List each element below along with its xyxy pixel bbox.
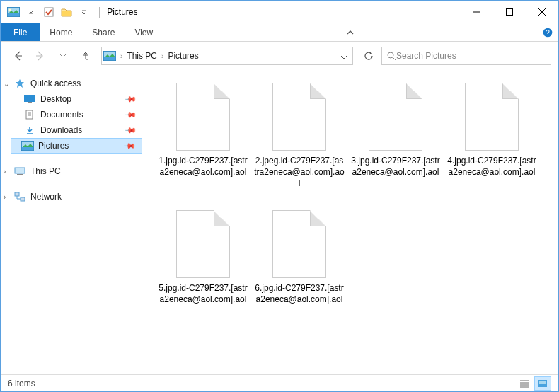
ribbon-file-tab[interactable]: File [1,23,40,41]
downloads-icon [23,125,36,136]
pin-icon: 📌 [123,108,137,121]
file-item[interactable]: 1.jpg.id-C279F237.[astra2eneca@aol.com].… [155,79,251,206]
file-thumbnail-icon [272,210,326,278]
sidebar-label: Downloads [40,125,82,135]
help-icon[interactable]: ? [537,23,558,41]
file-thumbnail-icon [176,83,230,151]
minimize-ribbon-icon[interactable] [340,23,361,41]
svg-rect-23 [26,110,33,119]
sidebar-network[interactable]: › Network [13,189,142,204]
svg-rect-32 [15,192,19,196]
details-view-button[interactable] [516,376,533,391]
sidebar-label: Documents [40,110,83,120]
sidebar-item-documents[interactable]: Documents 📌 [13,107,142,122]
sidebar-item-downloads[interactable]: Downloads 📌 [13,122,142,138]
svg-rect-22 [28,102,32,103]
file-name: 4.jpg.id-C279F237.[astra2eneca@aol.com].… [444,155,540,178]
file-thumbnail-icon [272,83,326,151]
close-button[interactable] [526,1,558,23]
thumbnails-view-button[interactable] [534,376,551,391]
window-title: Pictures [107,7,137,17]
this-pc-icon [13,166,26,177]
file-name: 1.jpg.id-C279F237.[astra2eneca@aol.com].… [155,155,251,178]
svg-text:?: ? [546,29,550,37]
ribbon-tab-view[interactable]: View [125,23,163,41]
sidebar-item-desktop[interactable]: Desktop 📌 [13,91,142,107]
location-icon [103,50,116,62]
body-area: ⌄ Quick access Desktop 📌 Documents 📌 Dow… [1,70,558,374]
sidebar-label: This PC [30,166,61,176]
svg-point-2 [9,8,11,11]
breadcrumb-pictures[interactable]: Pictures [163,51,202,61]
pictures-icon [21,140,34,151]
svg-rect-21 [24,95,35,102]
sidebar-label: Pictures [38,141,69,151]
properties-checkbox-icon[interactable] [40,4,57,21]
file-name: 3.jpg.id-C279F237.[astra2eneca@aol.com].… [347,155,444,178]
address-bar: › This PC › Pictures [1,42,558,70]
sidebar-label: Network [30,192,62,202]
svg-rect-33 [21,197,25,201]
star-icon [13,78,26,89]
svg-rect-30 [15,168,25,173]
up-button[interactable] [76,46,96,66]
pin-icon: 📌 [123,123,137,137]
quick-access-toolbar [5,4,93,21]
file-item[interactable]: 6.jpg.id-C279F237.[astra2eneca@aol.com].… [251,206,347,333]
minimize-button[interactable] [461,1,493,23]
qat-dropdown-icon[interactable] [23,4,40,21]
titlebar: | Pictures [1,1,558,23]
back-button[interactable] [8,46,28,66]
window-controls [461,1,558,23]
expand-caret-icon[interactable]: ⌄ [4,80,9,88]
refresh-button[interactable] [359,46,379,66]
title-separator: | [98,6,101,18]
file-name: 6.jpg.id-C279F237.[astra2eneca@aol.com].… [251,282,347,305]
sidebar-label: Quick access [30,79,81,88]
file-item[interactable]: 2.jpeg.id-C279F237.[astra2eneca@aol.com]… [251,79,347,206]
svg-line-20 [393,57,396,60]
folder-qat-icon[interactable] [58,4,75,21]
forward-button[interactable] [30,46,50,66]
file-name: 2.jpeg.id-C279F237.[astra2eneca@aol.com]… [251,155,347,190]
file-name: 5.jpg.id-C279F237.[astra2eneca@aol.com].… [155,282,251,305]
maximize-button[interactable] [493,1,526,23]
ribbon: File Home Share View ? [1,23,558,42]
item-count: 6 items [8,379,35,388]
file-item[interactable]: 5.jpg.id-C279F237.[astra2eneca@aol.com].… [155,206,251,333]
search-input[interactable] [396,51,546,61]
svg-rect-8 [507,8,513,15]
sidebar-this-pc[interactable]: › This PC [13,163,142,179]
expand-caret-icon[interactable]: › [4,193,6,201]
app-icon [5,4,22,21]
search-icon [386,51,396,61]
file-thumbnail-icon [176,210,230,278]
ribbon-tab-share[interactable]: Share [82,23,125,41]
svg-rect-4 [45,8,53,16]
svg-rect-41 [539,381,546,384]
sidebar-quick-access[interactable]: ⌄ Quick access [13,76,142,91]
file-item[interactable]: 3.jpg.id-C279F237.[astra2eneca@aol.com].… [347,79,444,206]
network-icon [13,191,26,202]
pin-icon: 📌 [123,92,137,105]
address-dropdown-icon[interactable] [337,50,351,62]
address-path[interactable]: › This PC › Pictures [101,47,353,65]
pin-icon: 📌 [122,139,136,152]
file-list[interactable]: 1.jpg.id-C279F237.[astra2eneca@aol.com].… [142,70,558,374]
sidebar-item-pictures[interactable]: Pictures 📌 [11,138,142,154]
file-item[interactable]: 4.jpg.id-C279F237.[astra2eneca@aol.com].… [444,79,540,206]
file-thumbnail-icon [465,83,519,151]
qat-customize-icon[interactable] [76,4,93,21]
search-box[interactable] [381,47,551,65]
status-bar: 6 items [1,374,558,391]
expand-caret-icon[interactable]: › [4,168,6,175]
documents-icon [23,109,36,120]
recent-locations-icon[interactable] [53,46,73,66]
desktop-icon [23,93,36,105]
navigation-pane: ⌄ Quick access Desktop 📌 Documents 📌 Dow… [1,70,142,374]
breadcrumb-this-pc[interactable]: This PC [122,51,161,61]
sidebar-label: Desktop [40,94,71,104]
svg-rect-31 [17,174,23,175]
svg-rect-5 [62,11,71,16]
ribbon-tab-home[interactable]: Home [40,23,82,41]
